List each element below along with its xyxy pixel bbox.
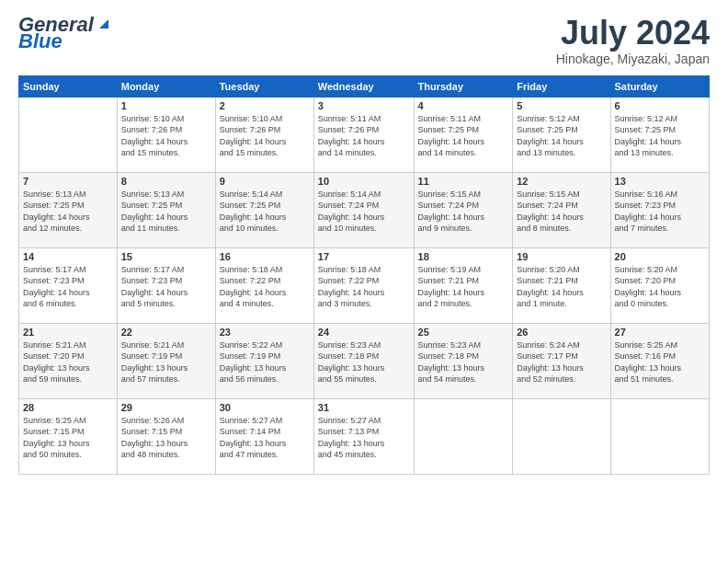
day-number: 18 bbox=[418, 251, 509, 262]
day-number: 5 bbox=[517, 100, 606, 111]
calendar-body: 1Sunrise: 5:10 AM Sunset: 7:26 PM Daylig… bbox=[19, 97, 710, 474]
calendar-table: Sunday Monday Tuesday Wednesday Thursday… bbox=[18, 75, 710, 475]
day-number: 16 bbox=[220, 251, 310, 262]
day-number: 27 bbox=[615, 327, 705, 338]
day-info: Sunrise: 5:17 AM Sunset: 7:23 PM Dayligh… bbox=[121, 264, 211, 310]
title-area: July 2024 Hinokage, Miyazaki, Japan bbox=[556, 15, 710, 66]
day-info: Sunrise: 5:11 AM Sunset: 7:25 PM Dayligh… bbox=[418, 113, 509, 159]
table-row bbox=[414, 398, 513, 474]
table-row: 9Sunrise: 5:14 AM Sunset: 7:25 PM Daylig… bbox=[215, 172, 313, 247]
day-info: Sunrise: 5:24 AM Sunset: 7:17 PM Dayligh… bbox=[517, 339, 606, 385]
logo: General Blue bbox=[18, 15, 112, 52]
calendar-week-row: 21Sunrise: 5:21 AM Sunset: 7:20 PM Dayli… bbox=[19, 323, 710, 398]
logo-blue: Blue bbox=[18, 31, 112, 52]
day-number: 20 bbox=[615, 251, 705, 262]
month-title: July 2024 bbox=[556, 15, 710, 52]
page: General Blue July 2024 Hinokage, Miyazak… bbox=[0, 0, 728, 563]
table-row: 13Sunrise: 5:16 AM Sunset: 7:23 PM Dayli… bbox=[610, 172, 709, 247]
table-row: 14Sunrise: 5:17 AM Sunset: 7:23 PM Dayli… bbox=[19, 247, 118, 323]
day-number: 7 bbox=[23, 176, 113, 187]
day-info: Sunrise: 5:14 AM Sunset: 7:24 PM Dayligh… bbox=[318, 189, 410, 235]
day-info: Sunrise: 5:18 AM Sunset: 7:22 PM Dayligh… bbox=[220, 264, 310, 310]
table-row bbox=[610, 398, 709, 474]
table-row: 18Sunrise: 5:19 AM Sunset: 7:21 PM Dayli… bbox=[414, 247, 513, 323]
day-number: 23 bbox=[220, 327, 310, 338]
table-row: 19Sunrise: 5:20 AM Sunset: 7:21 PM Dayli… bbox=[513, 247, 610, 323]
day-info: Sunrise: 5:23 AM Sunset: 7:18 PM Dayligh… bbox=[418, 339, 509, 385]
day-info: Sunrise: 5:18 AM Sunset: 7:22 PM Dayligh… bbox=[318, 264, 410, 310]
day-info: Sunrise: 5:22 AM Sunset: 7:19 PM Dayligh… bbox=[220, 339, 310, 385]
day-number: 1 bbox=[121, 100, 211, 111]
table-row: 17Sunrise: 5:18 AM Sunset: 7:22 PM Dayli… bbox=[313, 247, 414, 323]
svg-marker-0 bbox=[99, 19, 108, 29]
day-info: Sunrise: 5:15 AM Sunset: 7:24 PM Dayligh… bbox=[517, 189, 606, 235]
header-monday: Monday bbox=[117, 75, 215, 97]
day-number: 24 bbox=[318, 327, 410, 338]
day-number: 31 bbox=[318, 402, 410, 413]
day-info: Sunrise: 5:20 AM Sunset: 7:20 PM Dayligh… bbox=[615, 264, 705, 310]
calendar-week-row: 28Sunrise: 5:25 AM Sunset: 7:15 PM Dayli… bbox=[19, 398, 710, 474]
day-info: Sunrise: 5:12 AM Sunset: 7:25 PM Dayligh… bbox=[615, 113, 705, 159]
day-number: 25 bbox=[418, 327, 509, 338]
header-sunday: Sunday bbox=[19, 75, 118, 97]
table-row: 28Sunrise: 5:25 AM Sunset: 7:15 PM Dayli… bbox=[19, 398, 118, 474]
day-number: 30 bbox=[220, 402, 310, 413]
table-row: 20Sunrise: 5:20 AM Sunset: 7:20 PM Dayli… bbox=[610, 247, 709, 323]
day-info: Sunrise: 5:23 AM Sunset: 7:18 PM Dayligh… bbox=[318, 339, 410, 385]
day-info: Sunrise: 5:10 AM Sunset: 7:26 PM Dayligh… bbox=[121, 113, 211, 159]
day-number: 28 bbox=[23, 402, 113, 413]
day-info: Sunrise: 5:11 AM Sunset: 7:26 PM Dayligh… bbox=[318, 113, 410, 159]
table-row: 31Sunrise: 5:27 AM Sunset: 7:13 PM Dayli… bbox=[313, 398, 414, 474]
day-info: Sunrise: 5:16 AM Sunset: 7:23 PM Dayligh… bbox=[615, 189, 705, 235]
day-number: 21 bbox=[23, 327, 113, 338]
table-row: 8Sunrise: 5:13 AM Sunset: 7:25 PM Daylig… bbox=[117, 172, 215, 247]
day-info: Sunrise: 5:26 AM Sunset: 7:15 PM Dayligh… bbox=[121, 415, 211, 461]
day-info: Sunrise: 5:12 AM Sunset: 7:25 PM Dayligh… bbox=[517, 113, 606, 159]
table-row: 22Sunrise: 5:21 AM Sunset: 7:19 PM Dayli… bbox=[117, 323, 215, 398]
logo-arrow-icon bbox=[96, 16, 112, 32]
day-number: 6 bbox=[615, 100, 705, 111]
weekday-header-row: Sunday Monday Tuesday Wednesday Thursday… bbox=[19, 75, 710, 97]
day-info: Sunrise: 5:25 AM Sunset: 7:15 PM Dayligh… bbox=[23, 415, 113, 461]
table-row: 12Sunrise: 5:15 AM Sunset: 7:24 PM Dayli… bbox=[513, 172, 610, 247]
table-row: 7Sunrise: 5:13 AM Sunset: 7:25 PM Daylig… bbox=[19, 172, 118, 247]
table-row: 15Sunrise: 5:17 AM Sunset: 7:23 PM Dayli… bbox=[117, 247, 215, 323]
day-number: 13 bbox=[615, 176, 705, 187]
day-info: Sunrise: 5:21 AM Sunset: 7:20 PM Dayligh… bbox=[23, 339, 113, 385]
calendar-week-row: 14Sunrise: 5:17 AM Sunset: 7:23 PM Dayli… bbox=[19, 247, 710, 323]
table-row: 25Sunrise: 5:23 AM Sunset: 7:18 PM Dayli… bbox=[414, 323, 513, 398]
day-number: 22 bbox=[121, 327, 211, 338]
day-number: 2 bbox=[220, 100, 310, 111]
day-info: Sunrise: 5:14 AM Sunset: 7:25 PM Dayligh… bbox=[220, 189, 310, 235]
calendar-week-row: 1Sunrise: 5:10 AM Sunset: 7:26 PM Daylig… bbox=[19, 97, 710, 172]
day-info: Sunrise: 5:10 AM Sunset: 7:26 PM Dayligh… bbox=[220, 113, 310, 159]
table-row: 11Sunrise: 5:15 AM Sunset: 7:24 PM Dayli… bbox=[414, 172, 513, 247]
day-number: 26 bbox=[517, 327, 606, 338]
day-number: 3 bbox=[318, 100, 410, 111]
day-info: Sunrise: 5:20 AM Sunset: 7:21 PM Dayligh… bbox=[517, 264, 606, 310]
day-info: Sunrise: 5:15 AM Sunset: 7:24 PM Dayligh… bbox=[418, 189, 509, 235]
day-number: 9 bbox=[220, 176, 310, 187]
table-row: 27Sunrise: 5:25 AM Sunset: 7:16 PM Dayli… bbox=[610, 323, 709, 398]
table-row: 1Sunrise: 5:10 AM Sunset: 7:26 PM Daylig… bbox=[117, 97, 215, 172]
table-row: 6Sunrise: 5:12 AM Sunset: 7:25 PM Daylig… bbox=[610, 97, 709, 172]
table-row bbox=[513, 398, 610, 474]
day-number: 15 bbox=[121, 251, 211, 262]
table-row: 16Sunrise: 5:18 AM Sunset: 7:22 PM Dayli… bbox=[215, 247, 313, 323]
day-number: 10 bbox=[318, 176, 410, 187]
table-row: 24Sunrise: 5:23 AM Sunset: 7:18 PM Dayli… bbox=[313, 323, 414, 398]
day-number: 4 bbox=[418, 100, 509, 111]
day-info: Sunrise: 5:17 AM Sunset: 7:23 PM Dayligh… bbox=[23, 264, 113, 310]
table-row bbox=[19, 97, 118, 172]
day-info: Sunrise: 5:19 AM Sunset: 7:21 PM Dayligh… bbox=[418, 264, 509, 310]
table-row: 23Sunrise: 5:22 AM Sunset: 7:19 PM Dayli… bbox=[215, 323, 313, 398]
day-number: 12 bbox=[517, 176, 606, 187]
header-saturday: Saturday bbox=[610, 75, 709, 97]
day-info: Sunrise: 5:13 AM Sunset: 7:25 PM Dayligh… bbox=[121, 189, 211, 235]
calendar-week-row: 7Sunrise: 5:13 AM Sunset: 7:25 PM Daylig… bbox=[19, 172, 710, 247]
header-thursday: Thursday bbox=[414, 75, 513, 97]
header: General Blue July 2024 Hinokage, Miyazak… bbox=[18, 15, 710, 66]
day-number: 19 bbox=[517, 251, 606, 262]
header-wednesday: Wednesday bbox=[313, 75, 414, 97]
day-info: Sunrise: 5:25 AM Sunset: 7:16 PM Dayligh… bbox=[615, 339, 705, 385]
